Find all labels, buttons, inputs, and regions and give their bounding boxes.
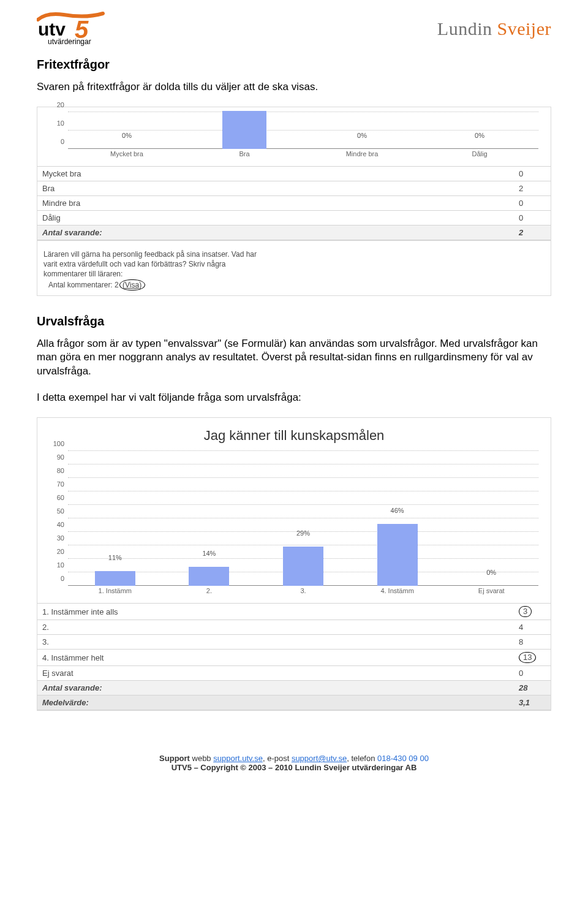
footer-phone: 018-430 09 00 [377, 754, 429, 763]
ytick: 0 [47, 138, 64, 145]
ytick: 60 [47, 494, 64, 501]
xcat: Mycket bra [110, 150, 143, 157]
panel2-title: Jag känner till kunskapsmålen [37, 418, 551, 447]
svg-text:utv: utv [38, 19, 66, 39]
bar-pct: 11% [108, 554, 122, 563]
section2-para: Alla frågor som är av typen "envalssvar"… [37, 337, 551, 379]
bar [377, 524, 418, 586]
freeform-question: Läraren vill gärna ha personlig feedback… [43, 250, 257, 278]
ytick: 40 [47, 521, 64, 528]
svg-text:utvärderingar: utvärderingar [48, 37, 91, 46]
footer-email-link[interactable]: support@utv.se [292, 754, 347, 763]
bar-pct: 29% [296, 529, 310, 538]
ytick: 10 [47, 119, 64, 127]
table-row: Mycket bra0 [37, 166, 551, 181]
circled-value: 3 [519, 606, 532, 617]
table-total-row: Antal svarande:2 [37, 225, 551, 240]
xcat: Ej svarat [478, 587, 505, 594]
ytick: 30 [47, 534, 64, 542]
ytick: 0 [47, 575, 64, 582]
panel2-xaxis: 1. Instämm2.3.4. InstämmEj svarat [68, 586, 538, 598]
utv5-logo: utv 5 utvärderingar [37, 11, 116, 47]
panel1-freeform: Läraren vill gärna ha personlig feedback… [37, 240, 551, 295]
bar-pct: 14% [202, 550, 216, 558]
bar [283, 547, 323, 586]
visa-link[interactable]: (Visa) [123, 281, 141, 289]
bar-pct: 0% [486, 569, 496, 577]
table-row: 4. Instämmer helt13 [37, 650, 551, 666]
table-row: Bra2 [37, 181, 551, 195]
circled-value: 13 [519, 652, 536, 663]
section2-para2: I detta exempel har vi valt följande frå… [37, 391, 551, 405]
panel1-screenshot: 20 10 0 0% 0% 0% Mycket bra Bra Mindre b… [37, 107, 551, 296]
ytick: 50 [47, 507, 64, 515]
panel1-chart: 20 10 0 0% 0% 0% [68, 111, 538, 149]
table-total-row: Antal svarande:28 [37, 681, 551, 695]
table-row: Ej svarat0 [37, 666, 551, 681]
table-mean-row: Medelvärde:3,1 [37, 695, 551, 710]
table-row: Mindre bra0 [37, 195, 551, 210]
bar-pct: 0% [357, 132, 367, 140]
ytick: 20 [47, 548, 64, 555]
panel2-screenshot: Jag känner till kunskapsmålen 1009080706… [37, 417, 551, 711]
xcat: Bra [239, 150, 249, 157]
panel1-xaxis: Mycket bra Bra Mindre bra Dålig [68, 149, 538, 161]
panel1-table: Mycket bra0 Bra2 Mindre bra0 Dålig0 Anta… [37, 166, 551, 240]
xcat: Dålig [472, 150, 487, 157]
lundin-sveijer-logo: Lundin Sveijer [437, 18, 551, 39]
page-header: utv 5 utvärderingar Lundin Sveijer [37, 11, 551, 47]
ytick: 100 [47, 440, 64, 447]
xcat: Mindre bra [346, 150, 379, 157]
table-row: 3.8 [37, 635, 551, 650]
footer-copyright: UTV5 – Copyright © 2003 – 2010 Lundin Sv… [172, 763, 417, 772]
xcat: 2. [206, 587, 212, 594]
ytick: 20 [47, 101, 64, 108]
section1-para: Svaren på fritextfrågor är dolda tills d… [37, 80, 551, 94]
footer-webb-link[interactable]: support.utv.se [213, 754, 263, 763]
table-row: Dålig0 [37, 210, 551, 225]
footer-support-bold: Support [159, 754, 190, 763]
comment-count: Antal kommentarer: 2 [48, 281, 119, 289]
panel2-chart: 100908070605040302010011%14%29%46%0% [68, 451, 538, 586]
bar [95, 571, 135, 586]
section1-heading: Fritextfrågor [37, 58, 551, 72]
ytick: 70 [47, 480, 64, 488]
xcat: 4. Instämm [380, 587, 413, 594]
ytick: 10 [47, 561, 64, 569]
bar-pct: 0% [475, 132, 484, 140]
table-row: 1. Instämmer inte alls3 [37, 604, 551, 620]
table-row: 2.4 [37, 620, 551, 635]
ytick: 80 [47, 467, 64, 474]
bar [189, 567, 229, 586]
bar [222, 111, 266, 149]
xcat: 1. Instämm [99, 587, 132, 594]
bar-pct: 46% [391, 507, 404, 515]
ytick: 90 [47, 453, 64, 461]
xcat: 3. [300, 587, 306, 594]
page-footer: Support webb support.utv.se, e-post supp… [37, 754, 551, 772]
panel2-table: 1. Instämmer inte alls32.43.84. Instämme… [37, 603, 551, 710]
bar-pct: 0% [122, 132, 132, 140]
section2-heading: Urvalsfråga [37, 314, 551, 328]
